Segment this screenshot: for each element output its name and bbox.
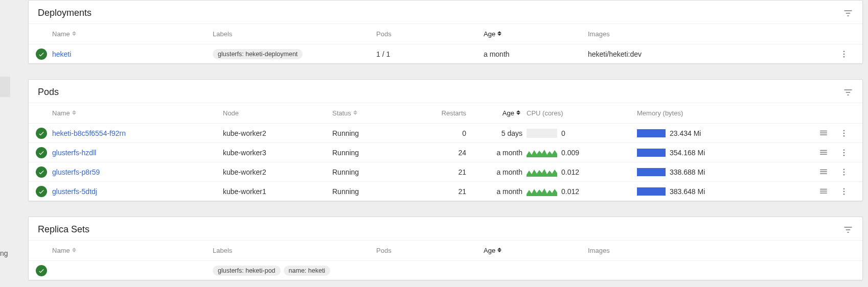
age-value: a month bbox=[496, 168, 522, 176]
sort-icon bbox=[72, 248, 78, 254]
label-chip: glusterfs: heketi-deployment bbox=[213, 49, 303, 59]
row-menu-icon[interactable] bbox=[836, 187, 856, 196]
filter-icon[interactable] bbox=[843, 225, 853, 235]
age-value: a month bbox=[496, 149, 522, 157]
node-value: kube-worker1 bbox=[223, 187, 266, 196]
sort-icon bbox=[72, 110, 78, 116]
status-value: Running bbox=[332, 129, 359, 137]
row-menu-icon[interactable] bbox=[836, 148, 856, 157]
th-cpu[interactable]: CPU (cores) bbox=[527, 109, 563, 117]
filter-icon[interactable] bbox=[843, 87, 853, 98]
memory-value: 23.434 Mi bbox=[670, 129, 701, 137]
th-labels[interactable]: Labels bbox=[213, 247, 232, 254]
label-chip: glusterfs: heketi-pod bbox=[213, 266, 281, 276]
th-age[interactable]: Age bbox=[484, 30, 504, 38]
truncated-text: ng bbox=[0, 249, 8, 257]
logs-icon[interactable] bbox=[815, 187, 836, 196]
svg-point-7 bbox=[843, 152, 845, 153]
status-ok-icon bbox=[36, 147, 47, 158]
svg-point-11 bbox=[843, 174, 845, 175]
cpu-sparkline bbox=[527, 148, 557, 157]
replicasets-card: Replica Sets Name Labels Pods Age Images… bbox=[28, 217, 863, 280]
th-pods[interactable]: Pods bbox=[376, 247, 392, 254]
sort-icon bbox=[72, 31, 78, 37]
th-age[interactable]: Age bbox=[502, 109, 522, 117]
pods-card: Pods Name Node Status Restarts Age CPU (… bbox=[28, 79, 863, 201]
table-row: glusterfs-p8r59kube-worker2Running21a mo… bbox=[29, 162, 862, 181]
deployments-card: Deployments Name Labels Pods Age Images … bbox=[28, 0, 863, 64]
svg-point-6 bbox=[843, 149, 845, 151]
cpu-value: 0.009 bbox=[561, 149, 579, 157]
logs-icon[interactable] bbox=[815, 129, 836, 138]
th-pods[interactable]: Pods bbox=[376, 30, 392, 38]
restarts-value: 21 bbox=[458, 168, 466, 176]
label-chip: name: heketi bbox=[284, 266, 331, 276]
th-restarts[interactable]: Restarts bbox=[442, 109, 466, 117]
cpu-sparkline bbox=[527, 168, 557, 177]
logs-icon[interactable] bbox=[815, 168, 836, 177]
svg-point-3 bbox=[843, 130, 845, 131]
table-row: glusterfs-hzdllkube-worker3Running24a mo… bbox=[29, 142, 862, 162]
status-ok-icon bbox=[36, 265, 47, 276]
replicasets-header-row: Name Labels Pods Age Images bbox=[29, 240, 862, 260]
row-menu-icon[interactable] bbox=[836, 168, 856, 177]
deployments-header-row: Name Labels Pods Age Images bbox=[29, 23, 862, 44]
row-menu-icon[interactable] bbox=[836, 50, 856, 59]
th-images[interactable]: Images bbox=[588, 30, 610, 38]
pod-name-link[interactable]: heketi-b8c5f6554-f92rn bbox=[52, 129, 126, 137]
images-value: heketi/heketi:dev bbox=[588, 50, 642, 58]
age-value: a month bbox=[484, 50, 510, 58]
svg-point-13 bbox=[843, 190, 845, 192]
deployment-name-link[interactable]: heketi bbox=[52, 50, 71, 58]
pods-count: 1 / 1 bbox=[376, 50, 390, 58]
memory-value: 383.648 Mi bbox=[670, 187, 705, 196]
table-row: heketi-b8c5f6554-f92rnkube-worker2Runnin… bbox=[29, 123, 862, 142]
node-value: kube-worker2 bbox=[223, 168, 266, 176]
th-memory[interactable]: Memory (bytes) bbox=[637, 109, 683, 117]
status-value: Running bbox=[332, 149, 359, 157]
th-name[interactable]: Name bbox=[52, 30, 78, 38]
sort-icon bbox=[497, 248, 504, 254]
memory-value: 354.168 Mi bbox=[670, 149, 705, 157]
svg-point-9 bbox=[843, 169, 845, 170]
memory-bar bbox=[637, 129, 666, 137]
age-value: 5 days bbox=[501, 129, 522, 137]
pod-name-link[interactable]: glusterfs-hzdll bbox=[52, 149, 96, 157]
th-name[interactable]: Name bbox=[52, 109, 78, 117]
th-images[interactable]: Images bbox=[588, 247, 610, 254]
restarts-value: 24 bbox=[458, 149, 466, 157]
memory-bar bbox=[637, 149, 666, 157]
pod-name-link[interactable]: glusterfs-p8r59 bbox=[52, 168, 100, 176]
logs-icon[interactable] bbox=[815, 148, 836, 157]
th-age[interactable]: Age bbox=[484, 247, 504, 254]
node-value: kube-worker3 bbox=[223, 149, 266, 157]
th-status[interactable]: Status bbox=[332, 109, 359, 117]
cpu-value: 0.012 bbox=[561, 168, 579, 176]
status-ok-icon bbox=[36, 49, 47, 60]
sort-icon bbox=[353, 110, 359, 116]
th-labels[interactable]: Labels bbox=[213, 30, 232, 38]
svg-point-14 bbox=[843, 193, 845, 195]
pod-name-link[interactable]: glusterfs-5dtdj bbox=[52, 187, 97, 196]
restarts-value: 0 bbox=[462, 129, 466, 137]
sort-icon bbox=[497, 31, 504, 37]
svg-point-1 bbox=[843, 53, 845, 55]
memory-bar bbox=[637, 187, 666, 196]
th-node[interactable]: Node bbox=[223, 109, 239, 117]
pods-header-row: Name Node Status Restarts Age CPU (cores… bbox=[29, 103, 862, 123]
svg-point-10 bbox=[843, 171, 845, 173]
table-row: glusterfs-5dtdjkube-worker1Running21a mo… bbox=[29, 181, 862, 201]
filter-icon[interactable] bbox=[843, 8, 853, 18]
deployments-title: Deployments bbox=[38, 8, 92, 18]
table-row: heketi glusterfs: heketi-deployment 1 / … bbox=[29, 44, 862, 63]
th-name[interactable]: Name bbox=[52, 247, 78, 254]
status-ok-icon bbox=[36, 186, 47, 197]
cpu-sparkline bbox=[527, 187, 557, 196]
restarts-value: 21 bbox=[458, 187, 466, 196]
memory-bar bbox=[637, 168, 666, 176]
age-value: a month bbox=[496, 187, 522, 196]
svg-point-4 bbox=[843, 132, 845, 134]
svg-point-2 bbox=[843, 56, 845, 57]
cpu-value: 0.012 bbox=[561, 187, 579, 196]
row-menu-icon[interactable] bbox=[836, 129, 856, 138]
